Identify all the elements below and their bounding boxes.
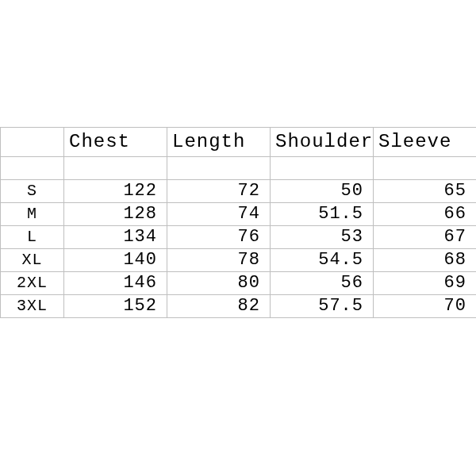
header-size — [1, 128, 64, 157]
cell-size: XL — [1, 249, 64, 272]
table-row: 3XL 152 82 57.5 70 — [1, 295, 477, 318]
table-row: M 128 74 51.5 66 — [1, 203, 477, 226]
cell-sleeve: 69 — [374, 272, 477, 295]
cell-length: 74 — [167, 203, 271, 226]
cell-length: 80 — [167, 272, 271, 295]
cell-length: 82 — [167, 295, 271, 318]
cell-chest: 140 — [64, 249, 167, 272]
cell-sleeve: 66 — [374, 203, 477, 226]
header-length: Length — [167, 128, 271, 157]
blank-row — [1, 157, 477, 180]
cell-chest: 122 — [64, 180, 167, 203]
cell-length: 72 — [167, 180, 271, 203]
table-row: L 134 76 53 67 — [1, 226, 477, 249]
cell-length: 76 — [167, 226, 271, 249]
cell-size: 2XL — [1, 272, 64, 295]
header-chest: Chest — [64, 128, 167, 157]
cell-sleeve: 67 — [374, 226, 477, 249]
cell-shoulder: 51.5 — [271, 203, 374, 226]
cell-shoulder: 54.5 — [271, 249, 374, 272]
cell-length: 78 — [167, 249, 271, 272]
cell-shoulder: 53 — [271, 226, 374, 249]
cell-chest: 134 — [64, 226, 167, 249]
size-chart: Chest Length Shoulder Sleeve S 122 72 50… — [0, 127, 476, 318]
table-row: XL 140 78 54.5 68 — [1, 249, 477, 272]
cell-sleeve: 70 — [374, 295, 477, 318]
table-row: S 122 72 50 65 — [1, 180, 477, 203]
cell-size: 3XL — [1, 295, 64, 318]
cell-shoulder: 50 — [271, 180, 374, 203]
cell-chest: 152 — [64, 295, 167, 318]
header-row: Chest Length Shoulder Sleeve — [1, 128, 477, 157]
cell-shoulder: 57.5 — [271, 295, 374, 318]
cell-size: M — [1, 203, 64, 226]
header-shoulder: Shoulder — [271, 128, 374, 157]
cell-chest: 128 — [64, 203, 167, 226]
cell-sleeve: 65 — [374, 180, 477, 203]
table-row: 2XL 146 80 56 69 — [1, 272, 477, 295]
cell-sleeve: 68 — [374, 249, 477, 272]
cell-size: L — [1, 226, 64, 249]
header-sleeve: Sleeve — [374, 128, 477, 157]
cell-chest: 146 — [64, 272, 167, 295]
size-table: Chest Length Shoulder Sleeve S 122 72 50… — [0, 127, 476, 318]
cell-shoulder: 56 — [271, 272, 374, 295]
cell-size: S — [1, 180, 64, 203]
